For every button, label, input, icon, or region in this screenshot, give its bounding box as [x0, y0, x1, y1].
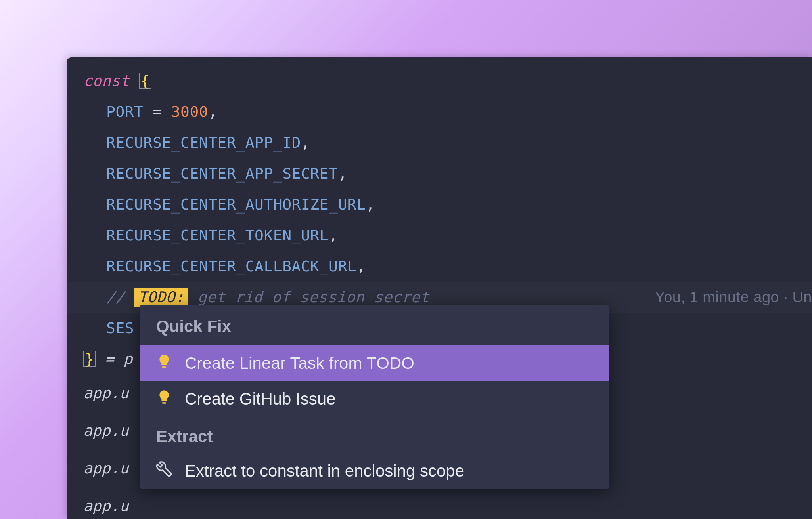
- extract-section-header: Extract: [140, 417, 609, 453]
- code-line-7[interactable]: RECURSE_CENTER_CALLBACK_URL,: [67, 251, 812, 282]
- code-line-4[interactable]: RECURSE_CENTER_APP_SECRET,: [67, 158, 812, 189]
- wrench-icon: [156, 461, 172, 481]
- code-rest: = p: [96, 350, 133, 368]
- keyword-const: const: [83, 72, 130, 90]
- comma: ,: [338, 165, 347, 182]
- comma: ,: [208, 103, 217, 120]
- git-blame-annotation: You, 1 minute ago · Un: [655, 282, 812, 313]
- quickfix-item-extract-constant[interactable]: Extract to constant in enclosing scope: [140, 453, 609, 489]
- operator-equals: =: [144, 103, 171, 120]
- comma: ,: [366, 196, 375, 213]
- identifier: RECURSE_CENTER_APP_SECRET: [106, 165, 338, 182]
- code-line-2[interactable]: PORT = 3000,: [67, 96, 812, 127]
- code-line-14[interactable]: app.u: [67, 487, 812, 519]
- lightbulb-icon: [156, 353, 172, 373]
- number-literal: 3000: [171, 103, 209, 120]
- identifier: RECURSE_CENTER_CALLBACK_URL: [106, 258, 356, 275]
- quickfix-item-create-linear-task[interactable]: Create Linear Task from TODO: [140, 345, 609, 381]
- identifier: RECURSE_CENTER_AUTHORIZE_URL: [106, 196, 366, 213]
- brace-close-highlighted: }: [83, 351, 96, 367]
- comment-slashes: //: [106, 288, 134, 306]
- quickfix-popup: Quick Fix Create Linear Task from TODO C…: [140, 305, 609, 489]
- brace-open-highlighted: {: [139, 73, 151, 89]
- identifier: RECURSE_CENTER_TOKEN_URL: [106, 227, 329, 244]
- identifier-port: PORT: [106, 103, 144, 120]
- comma: ,: [329, 227, 338, 244]
- lightbulb-icon: [156, 389, 172, 409]
- identifier-partial: SES: [106, 319, 134, 337]
- comma: ,: [356, 258, 366, 275]
- code-line-5[interactable]: RECURSE_CENTER_AUTHORIZE_URL,: [67, 189, 812, 220]
- comma: ,: [301, 134, 310, 151]
- quickfix-item-label: Create Linear Task from TODO: [185, 354, 414, 373]
- code-editor-window: const { PORT = 3000, RECURSE_CENTER_APP_…: [67, 57, 812, 519]
- code-line-3[interactable]: RECURSE_CENTER_APP_ID,: [67, 127, 812, 158]
- quickfix-section-header: Quick Fix: [140, 305, 609, 345]
- todo-tag: TODO:: [134, 288, 188, 307]
- quickfix-item-label: Create GitHub Issue: [185, 389, 336, 408]
- identifier: RECURSE_CENTER_APP_ID: [106, 134, 301, 151]
- code-line-6[interactable]: RECURSE_CENTER_TOKEN_URL,: [67, 220, 812, 251]
- quickfix-item-create-github-issue[interactable]: Create GitHub Issue: [140, 381, 609, 417]
- comment-text: get rid of session secret: [188, 288, 429, 306]
- code-line-1[interactable]: const {: [67, 65, 812, 96]
- quickfix-item-label: Extract to constant in enclosing scope: [185, 462, 464, 481]
